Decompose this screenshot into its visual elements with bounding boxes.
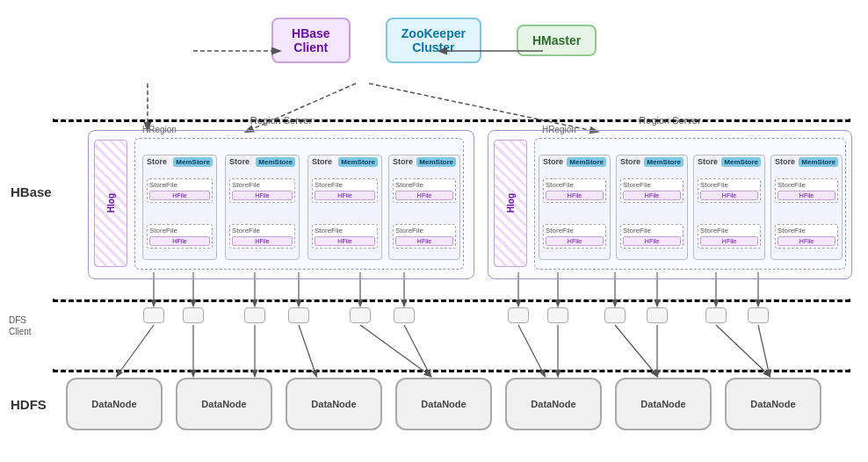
region-server-1-label: Region Server bbox=[250, 115, 312, 126]
storefile-2d1: StoreFile bbox=[778, 181, 835, 189]
memstore-1d: MemStore bbox=[416, 157, 456, 167]
hfile-2a2: HFile bbox=[546, 236, 604, 246]
storefile-2a2: StoreFile bbox=[546, 227, 604, 235]
hbase-client-box: HBase Client bbox=[271, 18, 351, 63]
store-label-2c: Store bbox=[698, 157, 718, 166]
dfs-client-5 bbox=[350, 307, 371, 323]
hfile-1a2: HFile bbox=[149, 236, 210, 246]
store-label-1d: Store bbox=[393, 157, 413, 166]
datanode-label-3: DataNode bbox=[311, 399, 356, 409]
top-row: HBase Client ZooKeeper Cluster HMaster bbox=[0, 18, 868, 63]
hfile-1c1: HFile bbox=[315, 191, 375, 200]
storefile-label-1c1: StoreFile bbox=[315, 181, 375, 189]
datanode-label-5: DataNode bbox=[531, 399, 575, 409]
dfs-client-label: DFS Client bbox=[9, 314, 32, 337]
hmaster-label: HMaster bbox=[532, 33, 581, 47]
hfile-1d1: HFile bbox=[395, 191, 453, 200]
hfile-1d2: HFile bbox=[395, 236, 453, 246]
separator-hdfs bbox=[53, 369, 850, 372]
hfile-2b1: HFile bbox=[623, 191, 681, 200]
hfile-2c2: HFile bbox=[700, 236, 758, 246]
store-label-2a: Store bbox=[543, 157, 563, 166]
hlog-label-2: Hlog bbox=[506, 193, 516, 213]
memstore-2a: MemStore bbox=[567, 157, 606, 167]
memstore-2c: MemStore bbox=[721, 157, 761, 167]
datanode-label-4: DataNode bbox=[421, 399, 466, 409]
dfs-client-4 bbox=[288, 307, 309, 323]
hdfs-label: HDFS bbox=[11, 397, 47, 412]
datanode-label-1: DataNode bbox=[91, 399, 136, 409]
storefile-2b1: StoreFile bbox=[623, 181, 681, 189]
datanode-4: DataNode bbox=[395, 378, 492, 430]
store-label-1b: Store bbox=[229, 157, 250, 166]
hmaster-box: HMaster bbox=[517, 25, 597, 56]
hfile-2d1: HFile bbox=[778, 191, 835, 200]
store-label-2d: Store bbox=[775, 157, 795, 166]
datanode-label-2: DataNode bbox=[201, 399, 246, 409]
separator-hbase bbox=[53, 119, 850, 122]
storefile-label-1d1: StoreFile bbox=[395, 181, 453, 189]
separator-dfs bbox=[53, 299, 850, 302]
storefile-2b2: StoreFile bbox=[623, 227, 681, 235]
dfs-client-3 bbox=[244, 307, 265, 323]
memstore-1b: MemStore bbox=[256, 157, 295, 167]
dfs-client-9 bbox=[604, 307, 626, 323]
memstore-2b: MemStore bbox=[644, 157, 684, 167]
dfs-client-12 bbox=[748, 307, 769, 323]
hregion-2-label: HRegion bbox=[542, 125, 576, 134]
hlog-label-1: Hlog bbox=[106, 193, 116, 213]
hfile-1a1: HFile bbox=[149, 191, 210, 200]
dfs-client-8 bbox=[547, 307, 568, 323]
storefile-label-1a1: StoreFile bbox=[149, 181, 210, 189]
storefile-2c1: StoreFile bbox=[700, 181, 758, 189]
store-label-1a: Store bbox=[147, 157, 167, 166]
hregion-1: HRegion Store MemStore StoreFile HFile S… bbox=[134, 138, 464, 270]
hlog-box-2: Hlog bbox=[494, 140, 527, 267]
diagram: HBase Client ZooKeeper Cluster HMaster H… bbox=[0, 0, 868, 462]
dfs-client-2 bbox=[183, 307, 204, 323]
memstore-1a: MemStore bbox=[173, 157, 213, 167]
zookeeper-label: ZooKeeper Cluster bbox=[401, 26, 466, 54]
datanode-label-7: DataNode bbox=[750, 399, 795, 409]
storefile-label-1a2: StoreFile bbox=[149, 227, 210, 235]
dfs-client-7 bbox=[508, 307, 529, 323]
hfile-2a1: HFile bbox=[546, 191, 604, 200]
storefile-label-1b1: StoreFile bbox=[232, 181, 293, 189]
storefile-2c2: StoreFile bbox=[700, 227, 758, 235]
zookeeper-cluster-box: ZooKeeper Cluster bbox=[386, 18, 481, 63]
storefile-label-1c2: StoreFile bbox=[315, 227, 375, 235]
storefile-2d2: StoreFile bbox=[778, 227, 835, 235]
datanode-6: DataNode bbox=[615, 378, 712, 430]
hfile-2c1: HFile bbox=[700, 191, 758, 200]
hbase-client-label: HBase Client bbox=[292, 26, 330, 54]
hregion-2: HRegion Store MemStore StoreFile HFile S… bbox=[534, 138, 846, 270]
datanode-label-6: DataNode bbox=[640, 399, 685, 409]
datanode-7: DataNode bbox=[725, 378, 821, 430]
storefile-label-1d2: StoreFile bbox=[395, 227, 453, 235]
store-label-1c: Store bbox=[312, 157, 332, 166]
memstore-1c: MemStore bbox=[338, 157, 378, 167]
hfile-1c2: HFile bbox=[315, 236, 375, 246]
region-server-1: Region Server Hlog HRegion Store MemStor… bbox=[88, 130, 474, 279]
hlog-box-1: Hlog bbox=[94, 140, 127, 267]
dfs-client-6 bbox=[394, 307, 415, 323]
region-server-2-label: Region Server bbox=[639, 115, 700, 126]
dfs-client-11 bbox=[705, 307, 727, 323]
hfile-1b2: HFile bbox=[232, 236, 293, 246]
hbase-label: HBase bbox=[11, 184, 52, 199]
datanode-5: DataNode bbox=[505, 378, 602, 430]
datanode-3: DataNode bbox=[286, 378, 382, 430]
hfile-2b2: HFile bbox=[623, 236, 681, 246]
memstore-2d: MemStore bbox=[799, 157, 838, 167]
hfile-1b1: HFile bbox=[232, 191, 293, 200]
hfile-2d2: HFile bbox=[778, 236, 835, 246]
datanode-2: DataNode bbox=[176, 378, 272, 430]
dfs-client-10 bbox=[647, 307, 668, 323]
storefile-label-1b2: StoreFile bbox=[232, 227, 293, 235]
store-label-2b: Store bbox=[620, 157, 640, 166]
region-server-2: Region Server Hlog HRegion Store MemStor… bbox=[488, 130, 852, 279]
storefile-2a1: StoreFile bbox=[546, 181, 604, 189]
dfs-client-1 bbox=[143, 307, 164, 323]
hregion-1-label: HRegion bbox=[142, 125, 177, 134]
datanode-1: DataNode bbox=[66, 378, 163, 430]
